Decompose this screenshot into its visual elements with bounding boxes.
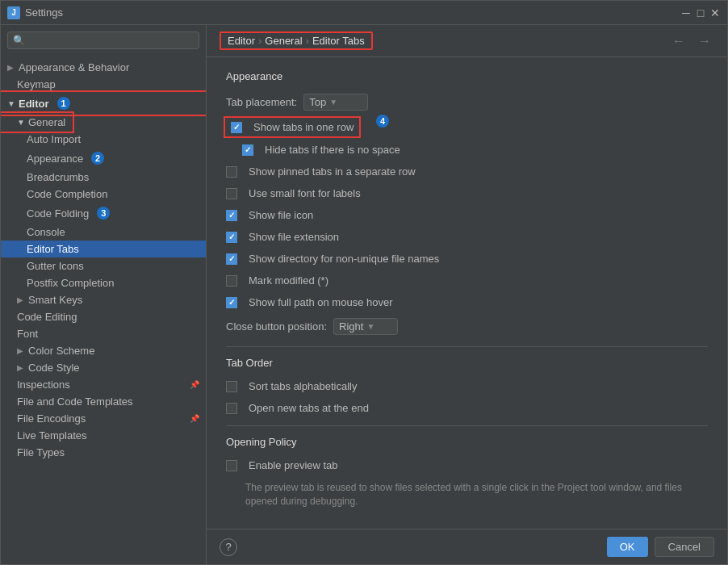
show-tabs-row-label: Show tabs in one row (253, 121, 354, 133)
close-button[interactable]: ✕ (709, 7, 721, 19)
search-icon: 🔍 (13, 35, 25, 46)
sidebar-item-label: Keymap (17, 78, 56, 90)
sort-alpha-checkbox[interactable] (226, 381, 237, 392)
show-file-ext-label: Show file extension (249, 231, 339, 243)
sidebar-item-auto-import[interactable]: Auto Import (1, 131, 206, 148)
appearance-section-title: Appearance (226, 70, 708, 82)
sidebar-item-label: Editor Tabs (27, 243, 79, 255)
sidebar-item-code-editing[interactable]: Code Editing (1, 308, 206, 325)
sidebar-item-file-encodings[interactable]: File Encodings 📌 (1, 410, 206, 427)
small-font-checkbox[interactable] (226, 188, 237, 199)
show-directory-checkbox[interactable] (226, 253, 237, 265)
sidebar-item-label: General (28, 116, 65, 128)
sidebar-item-postfix-completion[interactable]: Postfix Completion (1, 274, 206, 291)
dropdown-arrow: ▼ (329, 98, 337, 107)
sidebar-item-label: Inspections (17, 379, 70, 391)
sidebar-item-label: Code Folding (27, 207, 89, 220)
tree-area: ▶ Appearance & Behavior Keymap ▼ Editor … (1, 56, 206, 564)
hide-tabs-checkbox[interactable] (242, 144, 253, 156)
minimize-button[interactable]: ─ (680, 7, 692, 19)
show-file-ext-checkbox[interactable] (226, 232, 237, 243)
sidebar-item-code-style[interactable]: ▶ Code Style (1, 359, 206, 376)
show-file-icon-row: Show file icon (226, 207, 708, 223)
open-end-checkbox[interactable] (226, 403, 237, 414)
close-btn-select[interactable]: Right ▼ (333, 318, 398, 335)
bottom-bar: ? OK Cancel (207, 529, 727, 564)
open-end-row: Open new tabs at the end (226, 400, 708, 416)
sidebar-item-general[interactable]: ▼ General (1, 114, 72, 131)
sidebar-item-label: Appearance & Behavior (19, 61, 129, 73)
sidebar-item-appearance2[interactable]: Appearance 2 (1, 148, 206, 169)
breadcrumb-bar: Editor › General › Editor Tabs ← → (207, 25, 727, 57)
sidebar-item-editor-tabs[interactable]: Editor Tabs (1, 241, 206, 257)
sidebar-item-console[interactable]: Console (1, 224, 206, 241)
expand-arrow: ▶ (17, 295, 25, 304)
sidebar-item-file-code-templates[interactable]: File and Code Templates (1, 393, 206, 410)
tab-placement-label: Tab placement: (226, 96, 297, 108)
close-btn-label: Close button position: (226, 320, 327, 333)
expand-arrow: ▼ (7, 99, 15, 108)
sidebar-item-keymap[interactable]: Keymap (1, 76, 206, 93)
sidebar-item-editor[interactable]: ▼ Editor 1 (1, 93, 206, 114)
show-full-path-checkbox[interactable] (226, 297, 237, 308)
show-file-icon-checkbox[interactable] (226, 210, 237, 221)
tab-order-section-title: Tab Order (226, 357, 708, 369)
sort-alpha-row: Sort tabs alphabetically (226, 379, 708, 394)
expand-arrow: ▼ (17, 118, 25, 127)
maximize-button[interactable]: □ (695, 7, 706, 19)
sidebar-item-label: Auto Import (27, 133, 81, 145)
sidebar-item-gutter-icons[interactable]: Gutter Icons (1, 257, 206, 274)
pin-icon: 📌 (190, 414, 199, 423)
sidebar-item-color-scheme[interactable]: ▶ Color Scheme (1, 342, 206, 359)
app-icon: J (7, 6, 20, 19)
sidebar-item-file-types[interactable]: File Types (1, 444, 206, 461)
sidebar-item-label: Smart Keys (28, 294, 82, 306)
tab-placement-row: Tab placement: Top ▼ (226, 92, 708, 112)
show-tabs-row-setting: Show tabs in one row (226, 119, 358, 136)
mark-modified-row: Mark modified (*) (226, 273, 708, 288)
enable-preview-label: Enable preview tab (249, 459, 338, 471)
annotation-4: 4 (374, 113, 391, 129)
sidebar-item-label: File and Code Templates (17, 396, 133, 408)
sidebar-item-code-folding[interactable]: Code Folding 3 (1, 203, 206, 224)
sidebar-item-font[interactable]: Font (1, 325, 206, 342)
preview-description-row: The preview tab is reused to show files … (226, 479, 708, 510)
sidebar-item-smart-keys[interactable]: ▶ Smart Keys (1, 291, 206, 308)
breadcrumb-editor: Editor (228, 35, 255, 47)
help-button[interactable]: ? (220, 538, 237, 556)
show-full-path-label: Show full path on mouse hover (249, 296, 393, 308)
pin-icon: 📌 (190, 380, 199, 389)
show-pinned-checkbox[interactable] (226, 166, 237, 178)
tab-placement-value: Top (309, 96, 326, 108)
search-box[interactable]: 🔍 (7, 31, 199, 49)
enable-preview-checkbox[interactable] (226, 460, 237, 471)
sidebar-item-label: Code Editing (17, 311, 77, 323)
sidebar-item-code-completion[interactable]: Code Completion (1, 186, 206, 203)
breadcrumb-general: General (265, 35, 302, 47)
main-content: 🔍 ▶ Appearance & Behavior Keymap ▼ Edito… (1, 25, 727, 564)
sidebar-item-appearance-behavior[interactable]: ▶ Appearance & Behavior (1, 59, 206, 76)
forward-button[interactable]: → (695, 34, 714, 48)
annotation-3: 3 (95, 205, 111, 221)
sidebar-item-label: Breadcrumbs (27, 171, 89, 183)
sidebar-item-label: Appearance (27, 153, 83, 165)
window-title: Settings (25, 6, 63, 19)
back-button[interactable]: ← (669, 34, 688, 48)
sidebar-item-live-templates[interactable]: Live Templates (1, 427, 206, 444)
cancel-button[interactable]: Cancel (655, 537, 714, 557)
sidebar-item-label: Color Scheme (28, 345, 94, 357)
search-input[interactable] (28, 35, 194, 46)
show-full-path-row: Show full path on mouse hover (226, 295, 708, 310)
sidebar-item-inspections[interactable]: Inspections 📌 (1, 376, 206, 393)
mark-modified-checkbox[interactable] (226, 275, 237, 287)
show-file-ext-row: Show file extension (226, 229, 708, 245)
sidebar-item-label: Code Completion (27, 188, 107, 200)
expand-arrow: ▶ (7, 63, 15, 72)
show-tabs-row-checkbox[interactable] (231, 122, 242, 133)
expand-arrow: ▶ (17, 346, 25, 355)
tab-placement-select[interactable]: Top ▼ (303, 94, 368, 111)
settings-window: J Settings ─ □ ✕ 🔍 ▶ Appearance & Behavi… (0, 0, 728, 565)
right-panel: Editor › General › Editor Tabs ← → Appea… (207, 25, 727, 564)
sidebar-item-breadcrumbs[interactable]: Breadcrumbs (1, 169, 206, 186)
ok-button[interactable]: OK (607, 537, 648, 557)
